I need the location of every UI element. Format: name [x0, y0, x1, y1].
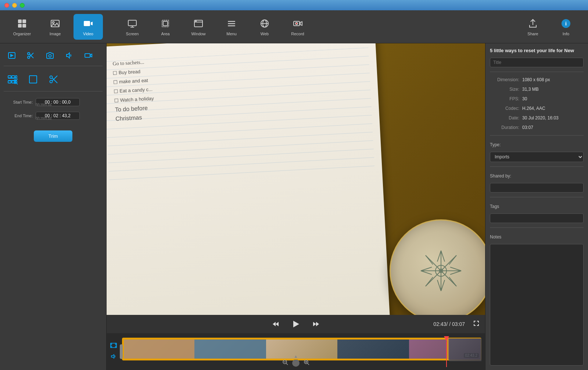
screen-icon: [126, 18, 138, 29]
type-select[interactable]: Imports Exports Favorites: [490, 152, 584, 162]
toolbar-item-organizer[interactable]: Organizer: [7, 14, 37, 40]
camera-tool-btn[interactable]: [42, 49, 58, 62]
svg-rect-0: [18, 19, 22, 23]
toolbar-item-window[interactable]: Window: [184, 14, 213, 40]
traffic-lights: [4, 3, 25, 8]
svg-line-67: [421, 271, 432, 274]
svg-point-33: [49, 55, 51, 57]
right-sidebar: 5 little ways to reset your life for New…: [485, 43, 588, 370]
svg-rect-16: [228, 21, 235, 22]
svg-rect-8: [128, 20, 136, 26]
svg-line-69: [426, 255, 433, 265]
forward-button[interactable]: [310, 318, 322, 330]
size-value: 31,3 MB: [519, 87, 584, 92]
svg-rect-18: [228, 25, 235, 26]
main-layout: Start Time: hh:mm:ss End Time: hh:mm:ss …: [0, 43, 588, 370]
timeline-area: 02:43.2: [107, 333, 485, 370]
crop-btn[interactable]: [26, 73, 40, 86]
shared-divider: [490, 166, 584, 167]
svg-rect-83: [115, 343, 116, 345]
play-button[interactable]: [289, 317, 303, 331]
notes-textarea[interactable]: [490, 244, 584, 366]
fps-label: FPS:: [490, 96, 519, 101]
svg-rect-3: [22, 24, 26, 28]
center-content: Go to sachets... Buy bread make and eat …: [107, 43, 485, 370]
scissors-tool-btn[interactable]: [23, 49, 39, 62]
audio-tool-btn[interactable]: [61, 49, 77, 62]
scissors2-btn[interactable]: [46, 73, 61, 86]
svg-marker-77: [293, 321, 299, 327]
svg-marker-75: [273, 322, 276, 326]
fullscreen-button[interactable]: [473, 320, 480, 328]
video-label: Video: [83, 32, 93, 36]
playhead-line: [446, 341, 447, 367]
notebook-scene: Go to sachets... Buy bread make and eat …: [107, 43, 485, 315]
screen-label: Screen: [126, 32, 139, 36]
toolbar-item-video[interactable]: Video: [74, 14, 103, 40]
shared-by-input[interactable]: [490, 183, 584, 193]
timeline-selection[interactable]: [123, 338, 448, 360]
svg-line-66: [441, 280, 445, 291]
title-input[interactable]: [490, 58, 584, 67]
meta-size: Size: 31,3 MB: [490, 86, 584, 93]
play-tool-btn[interactable]: [4, 49, 20, 62]
svg-line-68: [421, 267, 432, 271]
timeline-playhead[interactable]: [444, 336, 449, 341]
organizer-icon: [16, 18, 28, 29]
toolbar-item-image[interactable]: Image: [40, 14, 70, 40]
toolbar-item-screen[interactable]: Screen: [118, 14, 147, 40]
zoom-in-icon[interactable]: [303, 359, 310, 367]
web-label: Web: [261, 32, 269, 36]
meta-dimension: Dimension: 1080 x 608 px: [490, 76, 584, 83]
toolbar: Organizer Image Video: [0, 10, 588, 43]
zoom-out-icon[interactable]: [282, 359, 288, 367]
zoom-controls: [282, 359, 310, 367]
video-frame: Go to sachets... Buy bread make and eat …: [107, 43, 485, 315]
toolbar-item-area[interactable]: Area: [151, 14, 180, 40]
total-time: / 03:07: [449, 321, 465, 327]
menu-icon: [226, 18, 237, 29]
dimension-value: 1080 x 608 px: [519, 77, 584, 82]
toolbar-item-web[interactable]: Web: [250, 14, 279, 40]
svg-marker-79: [313, 322, 316, 326]
video-tool-btn[interactable]: [80, 49, 96, 62]
tags-input[interactable]: [490, 213, 584, 223]
video-preview: Go to sachets... Buy bread make and eat …: [107, 43, 485, 315]
svg-marker-76: [276, 322, 279, 326]
notes-divider: [490, 227, 584, 228]
meta-codec: Codec: H.264, AAC: [490, 105, 584, 112]
area-icon: [159, 18, 171, 29]
toolbar-item-menu[interactable]: Menu: [217, 14, 246, 40]
tags-divider: [490, 197, 584, 197]
trim-button[interactable]: Trim: [34, 130, 73, 142]
minimize-button[interactable]: [12, 3, 17, 8]
metadata-divider: [490, 72, 584, 72]
svg-line-70: [449, 255, 456, 265]
timeline-track[interactable]: 02:43.2: [122, 338, 481, 360]
record-label: Record: [291, 32, 304, 36]
svg-line-65: [437, 280, 441, 291]
svg-marker-78: [316, 322, 319, 326]
toolbar-item-info[interactable]: i Info: [551, 14, 581, 40]
type-divider: [490, 135, 584, 136]
svg-marker-35: [90, 54, 92, 57]
toolbar-item-share[interactable]: Share: [518, 14, 548, 40]
window-label: Window: [191, 32, 205, 36]
duration-label: Duration:: [490, 125, 519, 130]
dimension-label: Dimension:: [490, 77, 519, 82]
toolbar-item-record[interactable]: Record: [283, 14, 312, 40]
svg-rect-81: [111, 343, 112, 345]
film-cut-btn[interactable]: [5, 73, 20, 86]
svg-rect-17: [228, 23, 235, 24]
zoom-slider[interactable]: [292, 359, 300, 367]
maximize-button[interactable]: [20, 3, 25, 8]
svg-rect-12: [163, 21, 168, 26]
playhead-triangle: [444, 336, 449, 341]
close-button[interactable]: [4, 3, 9, 8]
timeline-left-handle[interactable]: [120, 344, 123, 359]
svg-line-63: [450, 267, 461, 271]
info-icon: i: [560, 18, 572, 29]
rewind-button[interactable]: [270, 318, 282, 330]
svg-rect-38: [15, 76, 17, 78]
info-label: Info: [563, 32, 569, 36]
